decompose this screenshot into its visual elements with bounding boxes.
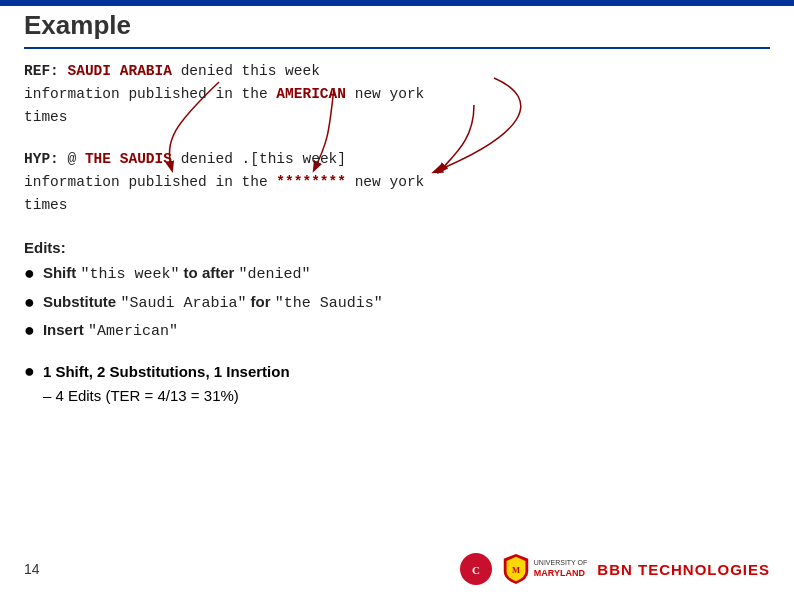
page-number: 14: [24, 561, 40, 577]
sub-quoted2: "the Saudis": [275, 295, 383, 312]
summary-line2: – 4 Edits (TER = 4/13 = 31%): [43, 384, 290, 408]
ref-label: REF:: [24, 63, 59, 79]
ref-line2: information published in the AMERICAN ne…: [24, 83, 770, 106]
umd-shield-svg: M: [502, 553, 530, 585]
umd-name: MARYLAND: [534, 568, 588, 579]
hyp-line3: times: [24, 194, 770, 217]
edit-item-shift: ● Shift "this week" to after "denied": [24, 262, 770, 287]
summary-sub: – 4 Edits (TER = 4/13 = 31%): [43, 387, 239, 404]
hyp-label: HYP:: [24, 151, 59, 167]
ref-hyp-section: REF: SAUDI ARABIA denied this week infor…: [24, 60, 770, 217]
hyp-saudis: SAUDIS: [120, 151, 172, 167]
svg-text:M: M: [512, 565, 520, 575]
bullet-1: ●: [24, 262, 35, 285]
insert-quoted1: "American": [88, 323, 178, 340]
action-insert: Insert: [43, 321, 88, 338]
summary-bullet: ●: [24, 360, 35, 383]
action-substitute: Substitute: [43, 293, 121, 310]
main-content: REF: SAUDI ARABIA denied this week infor…: [24, 60, 770, 408]
hyp-at: @: [68, 151, 77, 167]
saudi-arabia-text: SAUDI ARABIA: [68, 63, 172, 79]
bbn-logo: BBN TECHNOLOGIES: [597, 561, 770, 578]
summary-text-block: 1 Shift, 2 Substitutions, 1 Insertion – …: [43, 360, 290, 408]
summary-strong: 1 Shift, 2 Substitutions, 1 Insertion: [43, 363, 290, 380]
ref-times: times: [24, 109, 68, 125]
hyp-line2-pre: information published in the: [24, 174, 276, 190]
edit-text-shift: Shift "this week" to after "denied": [43, 262, 311, 287]
cal-logo-svg: C: [462, 555, 490, 583]
ref-line1-post: denied this week: [181, 63, 320, 79]
bbn-name: BBN TECHNOLOGIES: [597, 561, 770, 578]
umd-logo: M UNIVERSITY OF MARYLAND: [502, 553, 588, 585]
action-shift: Shift: [43, 264, 81, 281]
ref-the: the: [242, 86, 277, 102]
bottom-area: 14 C M UNIVERSITY OF MARYLAND BBN TECHNO…: [24, 553, 770, 585]
hyp-post: denied .[this week]: [181, 151, 346, 167]
hyp-stars: ********: [276, 174, 346, 190]
title-area: Example: [24, 10, 770, 49]
svg-text:C: C: [472, 564, 480, 576]
american-text: AMERICAN: [276, 86, 346, 102]
umd-label: UNIVERSITY OF: [534, 559, 588, 567]
logos-area: C M UNIVERSITY OF MARYLAND BBN TECHNOLOG…: [460, 553, 770, 585]
cal-logo: C: [460, 553, 492, 585]
edit-text-substitute: Substitute "Saudi Arabia" for "the Saudi…: [43, 291, 383, 316]
edit-text-insert: Insert "American": [43, 319, 178, 344]
ref-indent: information: [24, 86, 120, 102]
edit-item-insert: ● Insert "American": [24, 319, 770, 344]
ref-block: REF: SAUDI ARABIA denied this week infor…: [24, 60, 770, 130]
hyp-line2-post: new york: [355, 174, 425, 190]
shift-quoted2: "denied": [239, 266, 311, 283]
hyp-times: times: [24, 197, 68, 213]
hyp-block: HYP: @ THE SAUDIS denied .[this week] in…: [24, 148, 770, 218]
edits-section: Edits: ● Shift "this week" to after "den…: [24, 239, 770, 344]
page-title: Example: [24, 10, 131, 40]
bullet-2: ●: [24, 291, 35, 314]
umd-text-block: UNIVERSITY OF MARYLAND: [534, 559, 588, 578]
hyp-line2: information published in the ******** ne…: [24, 171, 770, 194]
sub-connector: for: [246, 293, 274, 310]
bullet-3: ●: [24, 319, 35, 342]
top-bar: [0, 0, 794, 6]
sub-quoted1: "Saudi Arabia": [120, 295, 246, 312]
hyp-line1: HYP: @ THE SAUDIS denied .[this week]: [24, 148, 770, 171]
summary-section: ● 1 Shift, 2 Substitutions, 1 Insertion …: [24, 360, 770, 408]
ref-line2-post: new york: [355, 86, 425, 102]
ref-pub-in: published in: [128, 86, 232, 102]
ref-line1: REF: SAUDI ARABIA denied this week: [24, 60, 770, 83]
hyp-the: THE: [85, 151, 111, 167]
summary-line1: 1 Shift, 2 Substitutions, 1 Insertion: [43, 360, 290, 384]
ref-line3: times: [24, 106, 770, 129]
shift-quoted1: "this week": [80, 266, 179, 283]
shift-connector: to after: [179, 264, 238, 281]
edits-title: Edits:: [24, 239, 770, 256]
edit-item-substitute: ● Substitute "Saudi Arabia" for "the Sau…: [24, 291, 770, 316]
